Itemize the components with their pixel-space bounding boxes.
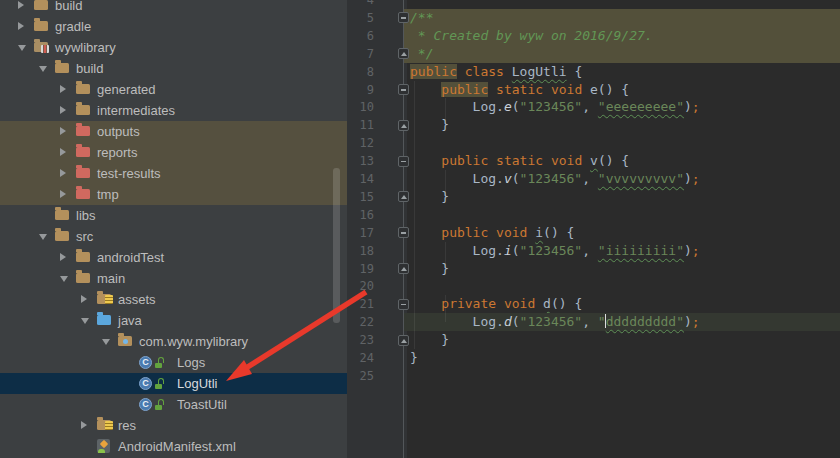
tree-row-reports[interactable]: reports bbox=[0, 142, 347, 163]
code-token: ( bbox=[512, 99, 520, 114]
class-c-badge: C bbox=[139, 356, 152, 369]
editor-line-15: 15 } bbox=[347, 188, 840, 206]
line-number: 13 bbox=[347, 152, 374, 170]
code-text[interactable]: Log.e("123456", "eeeeeeeee"); bbox=[410, 98, 700, 116]
tree-row-logutli[interactable]: CLogUtli bbox=[0, 373, 347, 394]
code-text[interactable]: } bbox=[410, 116, 449, 134]
tree-row-outputs[interactable]: outputs bbox=[0, 121, 347, 142]
chevron-right-icon[interactable] bbox=[60, 253, 66, 261]
fold-collapse-icon[interactable] bbox=[398, 84, 409, 95]
code-text[interactable]: */ bbox=[410, 45, 433, 63]
code-token: ; bbox=[692, 314, 700, 329]
tree-row-build[interactable]: build bbox=[0, 0, 347, 16]
tree-row-label: build bbox=[55, 0, 82, 16]
code-text[interactable]: } bbox=[410, 331, 449, 349]
tree-row-java[interactable]: java bbox=[0, 310, 347, 331]
chevron-right-icon[interactable] bbox=[60, 127, 66, 135]
chevron-right-icon[interactable] bbox=[81, 295, 87, 303]
folder-res-icon bbox=[97, 418, 113, 433]
code-token: ( bbox=[512, 171, 520, 186]
fold-end-icon[interactable] bbox=[398, 335, 409, 346]
code-token: "123456" bbox=[520, 171, 583, 186]
code-text[interactable]: Log.d("123456", "ddddddddd"); bbox=[410, 313, 700, 331]
line-number: 11 bbox=[347, 116, 374, 134]
line-number: 20 bbox=[347, 277, 374, 295]
code-token: Log. bbox=[410, 314, 504, 329]
tree-row-main[interactable]: main bbox=[0, 268, 347, 289]
code-text[interactable]: /** bbox=[410, 9, 433, 27]
tree-row-com-wyw-mylibrary[interactable]: com.wyw.mylibrary bbox=[0, 331, 347, 352]
tree-row-assets[interactable]: assets bbox=[0, 289, 347, 310]
folder-glyph bbox=[97, 294, 111, 304]
code-token: public bbox=[441, 225, 488, 240]
fold-end-icon[interactable] bbox=[398, 48, 409, 59]
code-token: , bbox=[582, 99, 598, 114]
editor-line-8: 8public class LogUtli { bbox=[347, 63, 840, 81]
fold-collapse-icon[interactable] bbox=[398, 227, 409, 238]
code-text[interactable]: } bbox=[410, 260, 449, 278]
chevron-right-icon[interactable] bbox=[60, 106, 66, 114]
editor-line-10: 10 Log.e("123456", "eeeeeeeee"); bbox=[347, 98, 840, 116]
code-text[interactable]: Log.v("123456", "vvvvvvvvv"); bbox=[410, 170, 700, 188]
tree-row-gradle[interactable]: gradle bbox=[0, 16, 347, 37]
code-text[interactable]: } bbox=[410, 349, 418, 367]
tree-row-src[interactable]: src bbox=[0, 226, 347, 247]
chevron-down-icon[interactable] bbox=[81, 318, 89, 324]
tree-row-logs[interactable]: CLogs bbox=[0, 352, 347, 373]
code-token: ) bbox=[684, 171, 692, 186]
indent-guide bbox=[445, 242, 446, 269]
code-token: } bbox=[410, 117, 449, 132]
code-token bbox=[488, 153, 496, 168]
code-text[interactable]: public static void e() { bbox=[410, 81, 629, 99]
code-text[interactable]: public class LogUtli { bbox=[410, 63, 582, 81]
code-token: class bbox=[465, 64, 504, 79]
code-text[interactable]: * Created by wyw on 2016/9/27. bbox=[410, 27, 653, 45]
ide-window: buildgradlewywlibrarybuildgeneratedinter… bbox=[0, 0, 840, 458]
library-icon bbox=[34, 40, 50, 55]
fold-end-icon[interactable] bbox=[398, 120, 409, 131]
code-token: void bbox=[551, 82, 582, 97]
tree-row-tmp[interactable]: tmp bbox=[0, 184, 347, 205]
tree-row-wywlibrary[interactable]: wywlibrary bbox=[0, 37, 347, 58]
code-text[interactable]: private void d() { bbox=[410, 295, 582, 313]
fold-collapse-icon[interactable] bbox=[398, 156, 409, 167]
fold-end-icon[interactable] bbox=[398, 191, 409, 202]
chevron-down-icon[interactable] bbox=[102, 339, 110, 345]
code-token: () { bbox=[551, 296, 582, 311]
tree-row-toastutil[interactable]: CToastUtil bbox=[0, 394, 347, 415]
tree-row-build[interactable]: build bbox=[0, 58, 347, 79]
chevron-down-icon[interactable] bbox=[39, 234, 47, 240]
editor-line-14: 14 Log.v("123456", "vvvvvvvvv"); bbox=[347, 170, 840, 188]
tree-row-libs[interactable]: libs bbox=[0, 205, 347, 226]
tree-scrollbar-thumb[interactable] bbox=[333, 168, 340, 323]
chevron-right-icon[interactable] bbox=[60, 190, 66, 198]
code-editor[interactable]: 45/**6 * Created by wyw on 2016/9/27.7 *… bbox=[347, 0, 840, 458]
code-text[interactable]: public void i() { bbox=[410, 224, 574, 242]
fold-end-icon[interactable] bbox=[398, 263, 409, 274]
chevron-right-icon[interactable] bbox=[18, 22, 24, 30]
chevron-right-icon[interactable] bbox=[60, 85, 66, 93]
chevron-down-icon[interactable] bbox=[60, 276, 68, 282]
code-text[interactable]: public static void v() { bbox=[410, 152, 629, 170]
code-text[interactable]: } bbox=[410, 188, 449, 206]
tree-row-androidtest[interactable]: androidTest bbox=[0, 247, 347, 268]
tree-row-test-results[interactable]: test-results bbox=[0, 163, 347, 184]
chevron-right-icon[interactable] bbox=[18, 1, 24, 9]
chevron-down-icon[interactable] bbox=[39, 66, 47, 72]
code-text[interactable]: Log.i("123456", "iiiiiiiii"); bbox=[410, 242, 700, 260]
public-lock-icon bbox=[155, 399, 164, 410]
tree-row-intermediates[interactable]: intermediates bbox=[0, 100, 347, 121]
fold-collapse-icon[interactable] bbox=[398, 299, 409, 310]
code-token bbox=[504, 64, 512, 79]
chevron-right-icon[interactable] bbox=[60, 148, 66, 156]
tree-row-androidmanifest-xml[interactable]: AndroidManifest.xml bbox=[0, 436, 347, 457]
chevron-down-icon[interactable] bbox=[18, 45, 26, 51]
chevron-right-icon[interactable] bbox=[81, 421, 87, 429]
line-number: 9 bbox=[347, 81, 374, 99]
folder-glyph bbox=[97, 420, 111, 430]
folder-glyph bbox=[55, 63, 69, 73]
chevron-right-icon[interactable] bbox=[60, 169, 66, 177]
tree-row-generated[interactable]: generated bbox=[0, 79, 347, 100]
fold-collapse-icon[interactable] bbox=[398, 12, 409, 23]
tree-row-res[interactable]: res bbox=[0, 415, 347, 436]
